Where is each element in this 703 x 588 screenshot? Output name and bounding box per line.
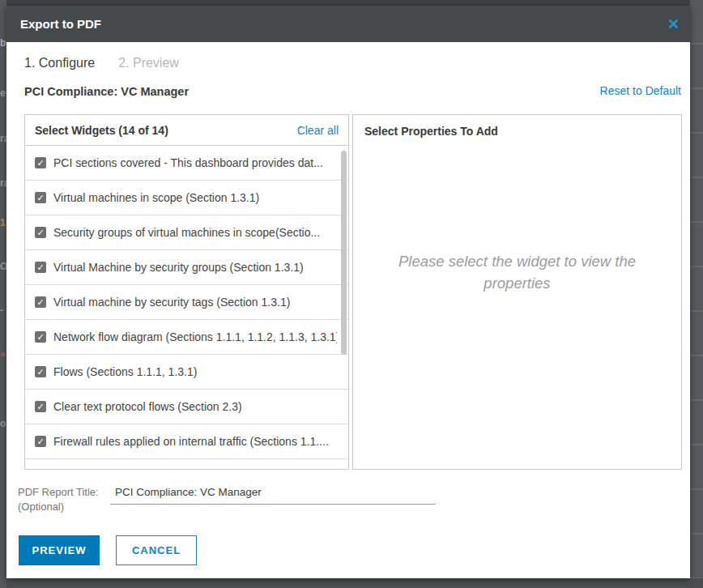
widgets-panel-title: Select Widgets (14 of 14) — [35, 124, 168, 137]
backdrop-bottom-strip — [0, 578, 703, 588]
pdf-report-title-label-line2: (Optional) — [18, 500, 99, 514]
widget-label: Security groups of virtual machines in s… — [53, 226, 320, 239]
dialog-title: Export to PDF — [6, 17, 101, 31]
step-preview[interactable]: 2. Preview — [118, 56, 179, 70]
widget-checkbox-checked[interactable]: ✓ — [35, 192, 46, 203]
properties-panel-title: Select Properties To Add — [353, 115, 681, 138]
backdrop-text-fragment: es — [0, 87, 6, 99]
backdrop-text-fragment: ra — [0, 177, 6, 189]
widgets-scrollbar-thumb[interactable] — [341, 151, 347, 355]
widget-label: Firewall rules applied on internal traff… — [53, 435, 329, 448]
pdf-report-title-label: PDF Report Title: (Optional) — [18, 485, 99, 514]
backdrop-top-strip — [0, 0, 703, 6]
widget-checkbox-checked[interactable]: ✓ — [35, 296, 46, 308]
widget-checkbox-checked[interactable]: ✓ — [35, 331, 46, 343]
backdrop-text-fragment: b — [0, 37, 6, 49]
backdrop-text-fragment: - — [0, 305, 3, 316]
widget-row: ✓PCI sections covered - This dashboard p… — [25, 146, 348, 181]
preview-button[interactable]: PREVIEW — [19, 535, 100, 565]
backdrop-text-fragment: o — [0, 418, 6, 429]
widget-row: ✓Virtual machine by security tags (Secti… — [25, 285, 348, 320]
widget-row: ✓Virtual machines in scope (Section 1.3.… — [25, 181, 348, 215]
widget-checkbox-checked[interactable]: ✓ — [35, 401, 46, 412]
widget-label: Clear text protocol flows (Section 2.3) — [53, 400, 242, 413]
backdrop-right-strip — [690, 0, 703, 588]
widget-checkbox-checked[interactable]: ✓ — [35, 436, 46, 447]
widget-label: Virtual machine by security tags (Sectio… — [53, 296, 290, 309]
pdf-report-title-input[interactable] — [110, 484, 436, 505]
widget-row: ✓Security groups of virtual machines in … — [25, 215, 348, 250]
backdrop-text-fragment: ● — [0, 348, 6, 360]
step-configure[interactable]: 1. Configure — [24, 56, 95, 70]
dashboard-title: PCI Compliance: VC Manager — [24, 85, 189, 98]
backdrop-text-fragment: 1 — [0, 217, 6, 228]
widget-label: Virtual machines in scope (Section 1.3.1… — [53, 191, 259, 204]
dialog-actions: PREVIEW CANCEL — [19, 535, 197, 565]
backdrop-text-fragment: ra — [0, 133, 6, 144]
widget-label: Network flow diagram (Sections 1.1.1, 1.… — [53, 330, 337, 343]
cancel-button[interactable]: CANCEL — [116, 535, 197, 565]
close-icon[interactable]: ✕ — [667, 6, 680, 42]
pdf-report-title-label-line1: PDF Report Title: — [18, 485, 99, 500]
properties-placeholder-text: Please select the widget to view the pro… — [353, 251, 681, 295]
backdrop-left-strip: besrara1Ol-●o — [0, 0, 6, 588]
widget-label: PCI sections covered - This dashboard pr… — [53, 156, 323, 169]
reset-to-default-link[interactable]: Reset to Default — [600, 84, 681, 97]
widget-checkbox-checked[interactable]: ✓ — [35, 227, 46, 238]
widget-checkbox-checked[interactable]: ✓ — [35, 157, 46, 168]
widget-checkbox-checked[interactable]: ✓ — [35, 366, 46, 377]
select-properties-panel: Select Properties To Add Please select t… — [352, 114, 682, 470]
widget-row: ✓Flows (Sections 1.1.1, 1.3.1) — [25, 355, 348, 390]
dashboard-title-row: PCI Compliance: VC Manager Reset to Defa… — [24, 84, 681, 100]
widget-label: Flows (Sections 1.1.1, 1.3.1) — [53, 365, 197, 378]
widget-row: ✓Network flow diagram (Sections 1.1.1, 1… — [25, 320, 348, 355]
widget-row: ✓Clear text protocol flows (Section 2.3) — [25, 390, 348, 424]
widgets-panel-header: Select Widgets (14 of 14) Clear all — [25, 115, 348, 146]
widgets-list: ✓PCI sections covered - This dashboard p… — [25, 146, 348, 469]
widget-row: ✓Firewall rules applied on internal traf… — [25, 424, 348, 459]
export-to-pdf-dialog: Export to PDF ✕ 1. Configure 2. Preview … — [6, 6, 690, 578]
select-widgets-panel: Select Widgets (14 of 14) Clear all ✓PCI… — [24, 114, 349, 470]
widget-row: ✓Virtual Machine by security groups (Sec… — [25, 250, 348, 285]
wizard-steps: 1. Configure 2. Preview — [24, 56, 179, 70]
panels-container: Select Widgets (14 of 14) Clear all ✓PCI… — [24, 114, 682, 470]
widget-checkbox-checked[interactable]: ✓ — [35, 262, 46, 273]
clear-all-link[interactable]: Clear all — [297, 124, 339, 137]
dialog-header: Export to PDF ✕ — [6, 6, 690, 42]
widget-label: Virtual Machine by security groups (Sect… — [53, 261, 304, 274]
backdrop-text-fragment: Ol — [0, 261, 6, 272]
